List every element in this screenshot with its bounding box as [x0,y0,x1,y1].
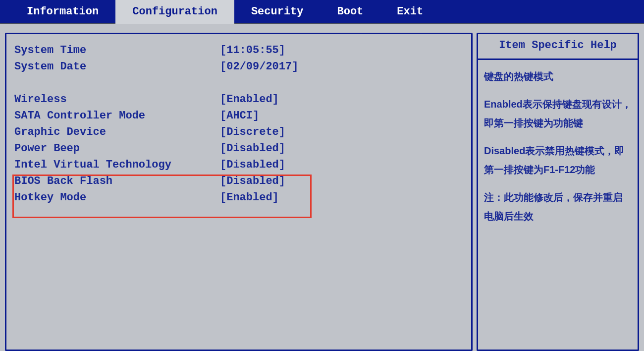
config-label: Intel Virtual Technology [14,157,220,173]
tab-information[interactable]: Information [10,0,115,24]
help-text-line: Enabled表示保持键盘现有设计，即第一排按键为功能键 [484,95,632,132]
config-row-system-time[interactable]: System Time [11:05:55] [14,42,465,58]
config-label: Graphic Device [14,124,220,140]
config-value[interactable]: [Discrete] [220,124,285,140]
tab-exit[interactable]: Exit [380,0,440,24]
help-text-line: 注：此功能修改后，保存并重启电脑后生效 [484,188,632,226]
config-value[interactable]: [02/09/2017] [220,58,298,75]
config-label: Wireless [14,91,220,108]
config-row-bios-back-flash[interactable]: BIOS Back Flash [Disabled] [14,173,465,189]
help-text-line: 键盘的热键模式 [484,67,632,86]
config-value[interactable]: [11:05:55] [220,42,285,58]
config-value[interactable]: [Disabled] [220,140,285,157]
config-row-sata-controller-mode[interactable]: SATA Controller Mode [AHCI] [14,108,465,124]
help-body: 键盘的热键模式 Enabled表示保持键盘现有设计，即第一排按键为功能键 Dis… [478,60,638,240]
config-row-system-date[interactable]: System Date [02/09/2017] [14,58,465,75]
config-label: System Date [14,58,220,75]
tab-configuration[interactable]: Configuration [115,0,234,24]
content-wrapper: System Time [11:05:55] System Date [02/0… [0,24,644,351]
config-label: SATA Controller Mode [14,108,220,124]
config-value[interactable]: [Disabled] [220,157,285,173]
config-label: Hotkey Mode [14,189,220,206]
help-title-row: Item Specific Help [478,34,638,60]
bios-tab-bar: Information Configuration Security Boot … [0,0,644,24]
tab-security[interactable]: Security [234,0,321,24]
help-title: Item Specific Help [499,39,617,52]
config-value[interactable]: [Disabled] [220,173,285,189]
spacer [14,75,465,91]
help-text-line: Disabled表示禁用热键模式，即第一排按键为F1-F12功能 [484,141,632,179]
config-row-power-beep[interactable]: Power Beep [Disabled] [14,140,465,157]
config-label: Power Beep [14,140,220,157]
config-label: System Time [14,42,220,58]
config-value[interactable]: [Enabled] [220,189,279,206]
config-main-panel: System Time [11:05:55] System Date [02/0… [5,33,473,351]
config-row-hotkey-mode[interactable]: Hotkey Mode [Enabled] [14,189,465,206]
config-label: BIOS Back Flash [14,173,220,189]
config-value[interactable]: [AHCI] [220,108,259,124]
config-value[interactable]: [Enabled] [220,91,279,108]
tab-boot[interactable]: Boot [321,0,380,24]
config-row-intel-virtual-technology[interactable]: Intel Virtual Technology [Disabled] [14,157,465,173]
config-row-wireless[interactable]: Wireless [Enabled] [14,91,465,108]
item-specific-help-panel: Item Specific Help 键盘的热键模式 Enabled表示保持键盘… [477,33,639,351]
config-row-graphic-device[interactable]: Graphic Device [Discrete] [14,124,465,140]
